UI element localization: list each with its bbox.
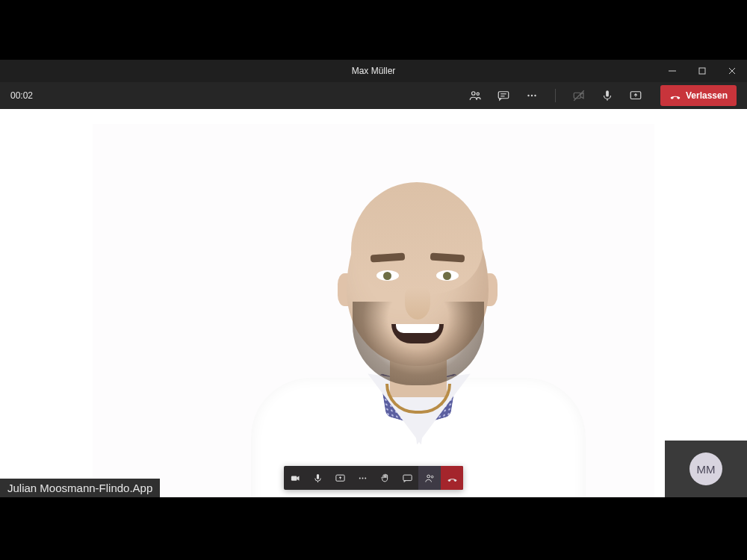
- mini-more-button[interactable]: [351, 466, 374, 490]
- svg-point-10: [531, 95, 533, 96]
- svg-rect-1: [699, 68, 705, 74]
- more-options-button[interactable]: [522, 86, 542, 105]
- svg-rect-24: [403, 475, 411, 481]
- hangup-icon: [447, 473, 458, 484]
- svg-point-25: [427, 475, 430, 478]
- camera-button[interactable]: [569, 86, 589, 105]
- avatar: MM: [689, 452, 722, 485]
- leave-label: Verlassen: [686, 90, 728, 101]
- mic-icon: [601, 89, 614, 102]
- window-title: Max Müller: [0, 66, 747, 76]
- minimize-button[interactable]: [657, 60, 687, 82]
- chat-icon: [497, 89, 510, 102]
- chat-button[interactable]: [494, 86, 513, 105]
- svg-point-26: [431, 476, 433, 478]
- close-icon: [728, 66, 737, 75]
- ellipsis-icon: [525, 89, 539, 102]
- mini-mic-button[interactable]: [306, 466, 329, 490]
- svg-rect-14: [606, 90, 609, 96]
- mic-button[interactable]: [598, 86, 617, 105]
- presenter-caption: Julian Moosmann-Flindo.App: [0, 479, 160, 497]
- mini-share-button[interactable]: [329, 466, 351, 490]
- minimize-icon: [668, 66, 677, 75]
- share-screen-icon: [629, 89, 642, 102]
- chat-icon: [402, 473, 413, 484]
- leave-button[interactable]: Verlassen: [660, 85, 737, 106]
- people-icon: [424, 473, 436, 484]
- svg-point-4: [471, 92, 475, 96]
- ellipsis-icon: [357, 473, 368, 484]
- camera-icon: [290, 473, 301, 484]
- mini-participants-button[interactable]: [418, 466, 441, 490]
- remote-video: [93, 124, 654, 497]
- participants-button[interactable]: [465, 86, 485, 105]
- svg-rect-18: [316, 473, 318, 479]
- share-screen-icon: [335, 473, 346, 484]
- mic-icon: [312, 473, 323, 484]
- svg-point-22: [362, 477, 363, 479]
- call-window: Max Müller 00:02: [0, 60, 747, 497]
- svg-rect-17: [291, 476, 297, 480]
- maximize-button[interactable]: [687, 60, 717, 82]
- svg-point-11: [534, 95, 536, 96]
- share-button[interactable]: [626, 86, 645, 105]
- people-icon: [468, 89, 482, 102]
- svg-line-13: [574, 90, 584, 101]
- svg-rect-6: [498, 92, 509, 99]
- svg-point-21: [359, 477, 360, 479]
- mini-camera-button[interactable]: [284, 466, 306, 490]
- video-stage: [0, 109, 747, 497]
- avatar-initials: MM: [697, 463, 716, 476]
- floating-call-controls: [284, 466, 463, 490]
- maximize-icon: [698, 66, 707, 75]
- hangup-icon: [669, 90, 681, 102]
- window-controls: [657, 60, 747, 82]
- mini-chat-button[interactable]: [396, 466, 418, 490]
- call-timer: 00:02: [10, 90, 33, 101]
- svg-point-5: [477, 93, 479, 95]
- mini-hangup-button[interactable]: [441, 466, 463, 490]
- self-preview[interactable]: MM: [665, 441, 747, 497]
- svg-point-9: [527, 95, 529, 96]
- call-toolbar: 00:02: [0, 82, 747, 109]
- raise-hand-icon: [379, 473, 391, 484]
- close-button[interactable]: [717, 60, 747, 82]
- toolbar-separator: [555, 89, 556, 102]
- camera-off-icon: [572, 89, 586, 102]
- svg-point-23: [365, 477, 366, 479]
- mini-raise-hand-button[interactable]: [374, 466, 396, 490]
- window-titlebar: Max Müller: [0, 60, 747, 82]
